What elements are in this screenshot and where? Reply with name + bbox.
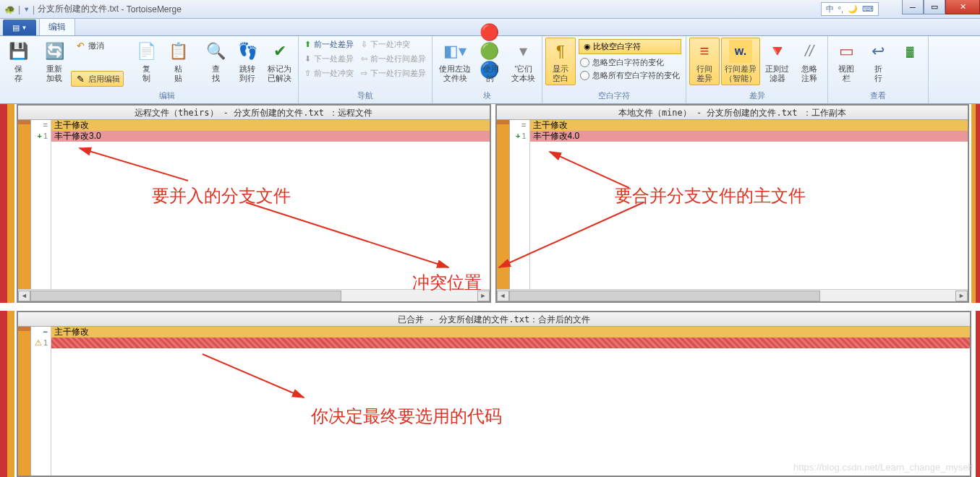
prev-conflict-button[interactable]: ⇧前一处冲突 [302,66,357,80]
equals-icon: = [521,120,526,131]
comment-slash-icon: // [798,40,821,63]
next-inline-button[interactable]: ⇨下一处行间差异 [358,66,429,80]
scroll-right-button[interactable]: ► [955,291,968,301]
regex-filter-button[interactable]: 🔻 正则过 滤器 [762,38,793,85]
outer-gutter-left2 [7,104,14,303]
check-icon: ✔ [268,40,291,63]
inline-diff-word-icon: w. [729,40,752,63]
file-menu-button[interactable]: ▤ ▼ [3,20,36,35]
pilcrow-icon: ¶ [549,40,572,63]
block-text-icon: ▾ [512,40,535,63]
ime-comma-icon: °, [838,5,843,14]
conflict-line: 丰干修改3.0 [51,131,490,142]
qat-dropdown-icon[interactable]: ▼ [23,6,30,13]
block-left-icon: ◧▾ [443,40,466,63]
paste-button[interactable]: 📋 粘 贴 [163,38,193,85]
wrap-button[interactable]: ↩ 折 行 [863,38,893,85]
ribbon: 💾 保 存 🔄 重新 加载 ↶ 撤消 ✎ 启用编辑 [0,36,980,104]
mine-pane: 本地文件（mine） - 分支所创建的文件.txt ：工作副本 = +1 主干修… [495,104,970,303]
view-bar-button[interactable]: ▭ 视图 栏 [831,38,861,85]
theirs-content[interactable]: 主干修改 丰干修改3.0 [51,120,490,289]
outer-gutter-left2-b [7,311,14,477]
reload-button[interactable]: 🔄 重新 加载 [39,38,69,85]
next-conflict-button[interactable]: ⇩下一处冲突 [358,38,429,51]
enable-edit-button[interactable]: ✎ 启用编辑 [71,71,124,87]
use-left-button[interactable]: ◧▾ 使用左边 文件块 [435,38,474,85]
use-text-button[interactable]: ▾ '它们 文本块 [508,38,539,85]
theirs-hscroll[interactable]: ◄ ► [18,289,490,301]
save-icon: 💾 [7,40,30,63]
inline-diff-button[interactable]: ≡ 行间 差异 [689,38,720,85]
radio-on-icon: ◉ [584,42,591,51]
search-icon: 🔍 [204,40,227,63]
up-arrow-icon: ⇧ [304,69,311,78]
maximize-button[interactable]: ▭ [924,0,945,14]
close-button[interactable]: ✕ [945,0,980,14]
context-line: 主干修改 [51,327,970,338]
block-theirs-icon: 🔴🟢🔵 [480,40,503,63]
copy-icon: 📄 [135,40,158,63]
mine-hscroll[interactable]: ◄ ► [497,289,968,301]
merged-conflict-line [51,338,970,348]
footsteps-icon: 👣 [236,40,259,63]
equals-icon: = [43,120,48,131]
goto-button[interactable]: 👣 跳转 到行 [232,38,263,85]
compare-whitespace-button[interactable]: ◉ 比较空白字符 [579,39,681,54]
save-button[interactable]: 💾 保 存 [3,38,33,85]
ribbon-group-view: ▭ 视图 栏 ↩ 折 行 ▓ 查看 [828,36,929,103]
theirs-locator[interactable] [18,120,31,289]
show-whitespace-button[interactable]: ¶ 显示 空白 [545,38,576,85]
mark-resolved-button[interactable]: ✔ 标记为 已解决 [264,38,295,85]
tab-edit[interactable]: 编辑 [39,18,75,35]
prev-inline-button[interactable]: ⇦前一处行间差异 [358,52,429,66]
undo-button[interactable]: ↶ 撤消 [71,38,124,53]
merged-content[interactable]: 主干修改 [51,327,970,476]
group-label-view: 查看 [831,90,925,102]
window-buttons: ─ ▭ ✕ [902,0,980,14]
collapse-ribbon-button[interactable]: ▓ [895,38,925,65]
down-arrow-icon: ⬇ [304,54,311,64]
theirs-line-numbers: = +1 [31,120,51,289]
file-menu-caret-icon: ▼ [22,25,27,31]
scroll-left-button[interactable]: ◄ [18,291,30,301]
ime-moon-icon: 🌙 [848,4,858,14]
theirs-pane-header: 远程文件（theirs） - 分支所创建的文件.txt ：远程文件 [18,106,490,120]
title-appname: TortoiseMerge [127,4,182,14]
divider: | [33,4,35,14]
copy-button[interactable]: 📄 复 制 [131,38,161,85]
find-button[interactable]: 🔍 查 找 [200,38,231,85]
conflict-line: 丰干修改4.0 [530,131,968,142]
next-diff-button[interactable]: ⬇下一处差异 [302,52,357,66]
scroll-thumb[interactable] [30,291,341,301]
prev-diff-button[interactable]: ⬆前一处差异 [302,38,357,51]
mine-pane-header: 本地文件（mine） - 分支所创建的文件.txt ：工作副本 [497,106,968,120]
mine-locator[interactable] [497,120,510,289]
line-number: 1 [43,131,48,142]
title-bar: 🐢 | ▼ | 分支所创建的文件.txt - TortoiseMerge 中 °… [0,0,980,19]
wrap-icon: ↩ [866,40,890,63]
radio-icon [580,58,589,67]
use-theirs-button[interactable]: 🔴🟢🔵 使用 的' [476,38,506,85]
minimize-button[interactable]: ─ [902,0,924,14]
ribbon-group-ws: ¶ 显示 空白 ◉ 比较空白字符 忽略空白字符的变化 忽略所有空白字符的变化 空… [542,36,686,103]
title-filename: 分支所创建的文件.txt [38,3,119,15]
inline-diff-word-button[interactable]: w. 行间差异 （智能） [721,38,760,85]
ignore-ws-change-radio[interactable]: 忽略空白字符的变化 [577,56,683,69]
watermark: https://blog.csdn.net/Learn_change_mysel… [793,462,973,473]
mine-content[interactable]: 主干修改 丰干修改4.0 [530,120,968,289]
ribbon-group-diff: ≡ 行间 差异 w. 行间差异 （智能） 🔻 正则过 滤器 // 忽略 注释 差… [686,36,828,103]
merged-locator[interactable] [18,327,31,476]
theirs-pane: 远程文件（theirs） - 分支所创建的文件.txt ：远程文件 = +1 主… [17,104,491,303]
ignore-comments-button[interactable]: // 忽略 注释 [794,38,825,85]
ime-lang: 中 [826,4,834,14]
scroll-right-button[interactable]: ► [477,291,490,301]
ime-indicator[interactable]: 中 °, 🌙 ⌨ [821,2,879,16]
undo-icon: ↶ [74,40,86,51]
scroll-thumb[interactable] [509,291,820,301]
merged-pane-header: 已合并 - 分支所创建的文件.txt：合并后的文件 [18,312,970,327]
ignore-all-ws-radio[interactable]: 忽略所有空白字符的变化 [577,69,683,82]
inline-diff-icon: ≡ [693,40,716,63]
outer-gutter-right [976,104,980,303]
merged-line-numbers: − ⚠1 [31,327,51,476]
scroll-left-button[interactable]: ◄ [497,291,509,301]
